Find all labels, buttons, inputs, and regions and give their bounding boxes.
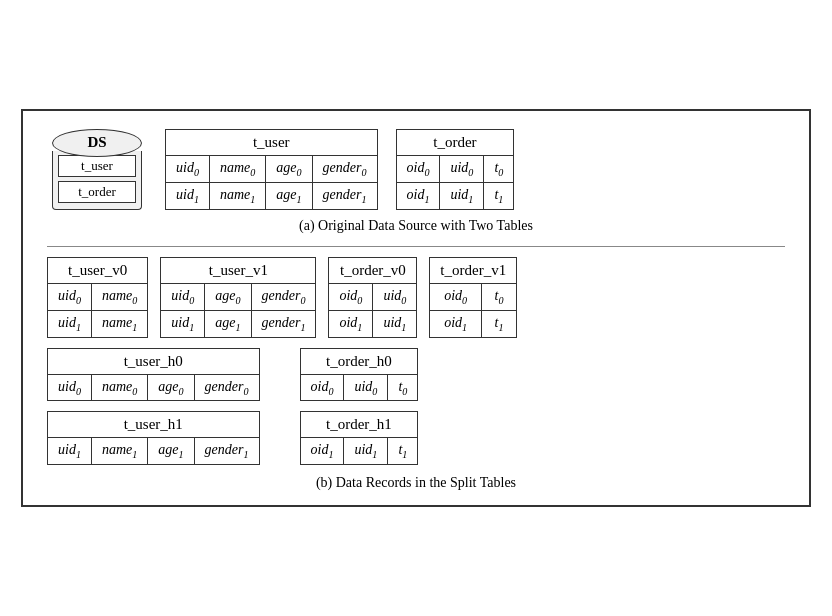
cell: oid0 [430, 283, 482, 310]
cell: age0 [148, 374, 194, 401]
t-order-v1-table: t_order_v1 oid0 t0 oid1 t1 [429, 257, 517, 338]
cell: t0 [388, 374, 418, 401]
t-user-table: t_user uid0 name0 age0 gender0 uid1 name… [165, 129, 378, 210]
cell: oid1 [300, 438, 344, 465]
cell: gender0 [312, 156, 377, 183]
cell: uid1 [440, 182, 484, 209]
caption-b: (b) Data Records in the Split Tables [47, 475, 785, 491]
cell: age0 [266, 156, 312, 183]
t-user-h0-title: t_user_h0 [48, 348, 260, 374]
section-b-vertical-tables: t_user_v0 uid0 name0 uid1 name1 t_user_v… [47, 257, 785, 338]
db-label: DS [52, 129, 142, 157]
t-user-title: t_user [166, 130, 378, 156]
db-table-2: t_order [58, 181, 136, 203]
cell: uid0 [48, 374, 92, 401]
cell: oid1 [329, 310, 373, 337]
table-row: uid1 name1 [48, 310, 148, 337]
cell: name1 [91, 438, 147, 465]
cell: t0 [481, 283, 516, 310]
table-row: uid0 name0 [48, 283, 148, 310]
cell: uid0 [161, 283, 205, 310]
t-user-h1-title: t_user_h1 [48, 412, 260, 438]
t-user-v0-table: t_user_v0 uid0 name0 uid1 name1 [47, 257, 148, 338]
cell: t1 [481, 310, 516, 337]
table-row: oid1 uid1 t1 [396, 182, 514, 209]
t-user-h1-table: t_user_h1 uid1 name1 age1 gender1 [47, 411, 260, 465]
db-table-1: t_user [58, 155, 136, 177]
cell: uid1 [161, 310, 205, 337]
table-row: oid1 uid1 t1 [300, 438, 418, 465]
cell: oid1 [396, 182, 440, 209]
cell: age1 [266, 182, 312, 209]
section-b-h0-tables: t_user_h0 uid0 name0 age0 gender0 t_orde… [47, 348, 785, 402]
cell: age0 [205, 283, 251, 310]
cell: uid1 [344, 438, 388, 465]
section-b-h1-tables: t_user_h1 uid1 name1 age1 gender1 t_orde… [47, 411, 785, 465]
cell: age1 [148, 438, 194, 465]
t-user-h0-table: t_user_h0 uid0 name0 age0 gender0 [47, 348, 260, 402]
table-row: uid0 name0 age0 gender0 [48, 374, 260, 401]
cell: gender0 [251, 283, 316, 310]
cell: uid1 [166, 182, 210, 209]
table-row: uid1 name1 age1 gender1 [48, 438, 260, 465]
cell: gender1 [194, 438, 259, 465]
t-order-title: t_order [396, 130, 514, 156]
cell: uid0 [166, 156, 210, 183]
cell: uid0 [48, 283, 92, 310]
t-user-v0-title: t_user_v0 [48, 257, 148, 283]
cell: gender1 [251, 310, 316, 337]
table-row: oid0 uid0 [329, 283, 417, 310]
table-row: uid0 name0 age0 gender0 [166, 156, 378, 183]
cell: gender1 [312, 182, 377, 209]
cell: name0 [91, 374, 147, 401]
table-row: oid1 uid1 [329, 310, 417, 337]
t-user-v1-table: t_user_v1 uid0 age0 gender0 uid1 age1 ge… [160, 257, 316, 338]
cell: gender0 [194, 374, 259, 401]
cell: age1 [205, 310, 251, 337]
t-order-v0-table: t_order_v0 oid0 uid0 oid1 uid1 [328, 257, 417, 338]
divider [47, 246, 785, 247]
section-a: DS t_user t_order t_user uid0 name0 age0… [47, 129, 785, 210]
t-order-v0-title: t_order_v0 [329, 257, 417, 283]
cell: uid0 [344, 374, 388, 401]
t-order-table: t_order oid0 uid0 t0 oid1 uid1 t1 [396, 129, 515, 210]
table-row: uid0 age0 gender0 [161, 283, 316, 310]
t-order-h0-table: t_order_h0 oid0 uid0 t0 [300, 348, 419, 402]
t-order-h1-table: t_order_h1 oid1 uid1 t1 [300, 411, 419, 465]
cell: name0 [209, 156, 265, 183]
cell: name1 [209, 182, 265, 209]
table-row: uid1 name1 age1 gender1 [166, 182, 378, 209]
table-row: oid0 uid0 t0 [396, 156, 514, 183]
main-container: DS t_user t_order t_user uid0 name0 age0… [21, 109, 811, 507]
cell: uid1 [48, 310, 92, 337]
table-row: oid1 t1 [430, 310, 517, 337]
t-order-h0-title: t_order_h0 [300, 348, 418, 374]
table-row: uid1 age1 gender1 [161, 310, 316, 337]
cell: oid1 [430, 310, 482, 337]
cell: uid0 [440, 156, 484, 183]
cell: name0 [91, 283, 147, 310]
t-user-v1-title: t_user_v1 [161, 257, 316, 283]
cell: oid0 [329, 283, 373, 310]
cell: oid0 [300, 374, 344, 401]
cell: uid0 [373, 283, 417, 310]
cell: name1 [91, 310, 147, 337]
db-body: t_user t_order [52, 151, 142, 210]
table-row: oid0 t0 [430, 283, 517, 310]
cell: t1 [484, 182, 514, 209]
cell: t0 [484, 156, 514, 183]
cell: uid1 [48, 438, 92, 465]
cell: oid0 [396, 156, 440, 183]
t-order-h1-title: t_order_h1 [300, 412, 418, 438]
database-diagram: DS t_user t_order [47, 129, 147, 210]
cell: uid1 [373, 310, 417, 337]
caption-a: (a) Original Data Source with Two Tables [47, 218, 785, 234]
t-order-v1-title: t_order_v1 [430, 257, 517, 283]
cell: t1 [388, 438, 418, 465]
table-row: oid0 uid0 t0 [300, 374, 418, 401]
